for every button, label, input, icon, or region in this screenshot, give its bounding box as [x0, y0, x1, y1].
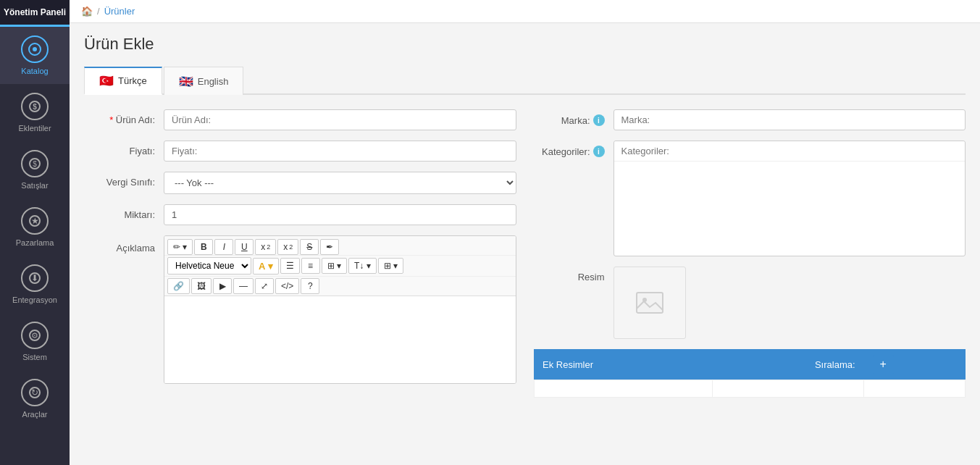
- main-content: 🏠 / Ürünler Ürün Ekle 🇹🇷 Türkçe 🇬🇧 Engli…: [70, 0, 980, 465]
- toolbar-row2: Helvetica Neue A ▾ ☰ ≡ ⊞ ▾ T↓ ▾ ⊞ ▾: [164, 256, 516, 277]
- tab-turkce-label: Türkçe: [118, 75, 147, 86]
- svg-text:★: ★: [31, 216, 39, 226]
- subscript-button[interactable]: x2: [277, 239, 298, 255]
- editor-container: ✏ ▾ B I U x2 x2 S ✒ Helvetica Ne: [164, 235, 516, 384]
- sidebar-item-satislar[interactable]: $ Satışlar: [0, 141, 70, 198]
- urun-adi-input[interactable]: [164, 109, 516, 130]
- sistem-icon: ⚙: [21, 322, 49, 349]
- vergi-label: Vergi Sınıfı:: [84, 172, 164, 188]
- svg-text:⚙: ⚙: [31, 331, 38, 340]
- fullscreen-button[interactable]: ⤢: [255, 278, 274, 294]
- marka-info-icon[interactable]: i: [593, 114, 605, 126]
- resim-label: Resim: [534, 267, 613, 282]
- miktar-label: Miktarı:: [84, 204, 164, 220]
- tabs: 🇹🇷 Türkçe 🇬🇧 English: [84, 65, 966, 95]
- breadcrumb-link[interactable]: Ürünler: [104, 6, 135, 17]
- link-button[interactable]: 🔗: [167, 278, 190, 294]
- svg-text:↻: ↻: [31, 388, 38, 398]
- fiyat-label: Fiyatı:: [84, 141, 164, 156]
- color-button[interactable]: A ▾: [253, 258, 279, 275]
- sidebar-item-satislar-label: Satışlar: [21, 181, 48, 190]
- eraser-button[interactable]: ✒: [320, 239, 339, 255]
- action-cell: [864, 380, 966, 398]
- tab-turkce[interactable]: 🇹🇷 Türkçe: [84, 67, 162, 95]
- urun-adi-label: Ürün Adı:: [84, 109, 164, 125]
- sidebar-item-araclar-label: Araçlar: [22, 410, 48, 419]
- sidebar-item-katalog[interactable]: Katalog: [0, 25, 70, 84]
- sidebar-item-sistem[interactable]: ⚙ Sistem: [0, 313, 70, 370]
- svg-text:$: $: [33, 160, 37, 168]
- aciklama-label: Açıklama: [84, 235, 164, 254]
- kategoriler-row: Kategoriler: i: [534, 141, 966, 256]
- toolbar-row1: ✏ ▾ B I U x2 x2 S ✒: [164, 236, 516, 256]
- svg-text:⬇: ⬇: [31, 273, 38, 283]
- ek-resimler-col-header: Ek Resimler: [534, 349, 713, 380]
- image-placeholder[interactable]: [613, 267, 686, 339]
- svg-point-1: [33, 47, 37, 51]
- home-icon[interactable]: 🏠: [81, 6, 93, 17]
- sidebar-item-entegrasyon[interactable]: ⬇ Entegrasyon: [0, 256, 70, 313]
- hr-button[interactable]: —: [233, 278, 254, 294]
- tab-english-label: English: [198, 76, 229, 87]
- vergi-row: Vergi Sınıfı: --- Yok ---: [84, 172, 516, 194]
- siralama-col-header: Sıralama:: [713, 349, 864, 380]
- miktar-row: Miktarı: 1: [84, 204, 516, 225]
- siralama-cell: [713, 380, 864, 398]
- add-col-header: +: [864, 349, 966, 380]
- ek-resimler-section: Ek Resimler Sıralama: +: [534, 349, 966, 398]
- align-button[interactable]: ⊞ ▾: [322, 258, 347, 274]
- categories-box: [613, 141, 966, 256]
- flag-tr: 🇹🇷: [99, 74, 114, 88]
- html-button[interactable]: </>: [275, 278, 299, 294]
- ol-button[interactable]: ≡: [301, 258, 320, 274]
- sidebar-item-araclar[interactable]: ↻ Araçlar: [0, 370, 70, 427]
- satislar-icon: $: [21, 150, 49, 177]
- table-button[interactable]: ⊞ ▾: [378, 258, 403, 274]
- right-col: Marka: i Kategoriler: i: [534, 109, 966, 398]
- aciklama-row: Açıklama ✏ ▾ B I U x2 x2 S ✒: [84, 235, 516, 384]
- superscript-button[interactable]: x2: [255, 239, 276, 255]
- flag-gb: 🇬🇧: [179, 75, 193, 88]
- sidebar-item-entegrasyon-label: Entegrasyon: [12, 296, 57, 304]
- italic-button[interactable]: I: [214, 239, 233, 255]
- katalog-icon: [21, 35, 49, 63]
- page-title: Ürün Ekle: [84, 35, 966, 54]
- tab-english[interactable]: 🇬🇧 English: [164, 67, 244, 95]
- editor-body[interactable]: [164, 296, 516, 383]
- miktar-input[interactable]: 1: [164, 204, 516, 225]
- svg-text:$: $: [33, 103, 37, 111]
- sidebar: Yönetim Paneli Katalog $ Eklentiler $ Sa…: [0, 0, 70, 465]
- kategoriler-info-icon[interactable]: i: [593, 146, 605, 157]
- marka-label: Marka: i: [534, 109, 613, 126]
- sidebar-item-eklentiler-label: Eklentiler: [18, 124, 51, 133]
- vergi-select[interactable]: --- Yok ---: [164, 172, 516, 194]
- fiyat-row: Fiyatı:: [84, 141, 516, 162]
- fiyat-input[interactable]: [164, 141, 516, 162]
- ek-resim-cell: [534, 380, 713, 398]
- strikethrough-button[interactable]: S: [300, 239, 319, 255]
- toolbar-row3: 🔗 🖼 ▶ — ⤢ </> ?: [164, 277, 516, 296]
- left-col: Ürün Adı: Fiyatı: Vergi Sınıfı: --- Yok …: [84, 109, 516, 398]
- categories-area: [614, 162, 966, 248]
- video-button[interactable]: ▶: [213, 278, 232, 294]
- sidebar-header: Yönetim Paneli: [0, 0, 70, 25]
- underline-button[interactable]: U: [235, 239, 254, 255]
- breadcrumb-sep: /: [97, 6, 100, 17]
- image-insert-button[interactable]: 🖼: [191, 278, 212, 294]
- format-button[interactable]: T↓ ▾: [348, 258, 377, 274]
- add-image-button[interactable]: +: [873, 355, 894, 374]
- pen-button[interactable]: ✏ ▾: [167, 239, 193, 255]
- bold-button[interactable]: B: [194, 239, 213, 255]
- font-select[interactable]: Helvetica Neue: [167, 257, 251, 275]
- marka-input[interactable]: [613, 109, 966, 130]
- sidebar-item-pazarlama[interactable]: ★ Pazarlama: [0, 198, 70, 256]
- resim-row: Resim: [534, 267, 966, 339]
- kategoriler-input[interactable]: [614, 141, 966, 162]
- ul-button[interactable]: ☰: [280, 258, 300, 274]
- help-button[interactable]: ?: [301, 278, 319, 294]
- eklentiler-icon: $: [21, 93, 49, 120]
- sidebar-item-sistem-label: Sistem: [22, 353, 47, 361]
- urun-adi-row: Ürün Adı:: [84, 109, 516, 130]
- sidebar-item-eklentiler[interactable]: $ Eklentiler: [0, 84, 70, 141]
- entegrasyon-icon: ⬇: [21, 264, 49, 292]
